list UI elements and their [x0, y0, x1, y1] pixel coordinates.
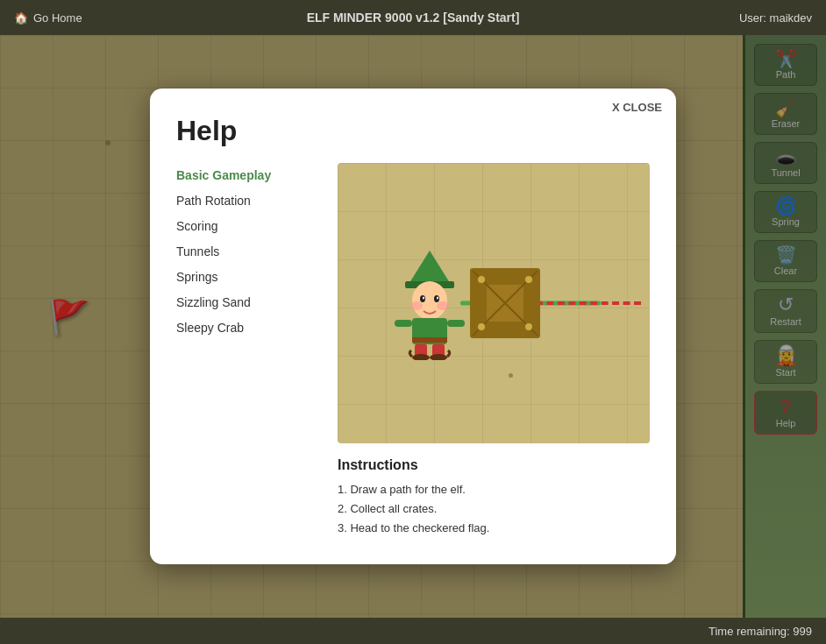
go-home-label: Go Home	[33, 11, 82, 25]
instruction-item-2: 2. Collect all crates.	[338, 499, 650, 519]
help-content: Instructions 1. Draw a path for the elf.…	[338, 163, 650, 538]
svg-point-25	[478, 276, 485, 283]
svg-point-6	[434, 295, 439, 302]
svg-marker-0	[408, 251, 452, 286]
help-nav: Basic Gameplay Path Rotation Scoring Tun…	[176, 163, 317, 538]
nav-item-tunnels[interactable]: Tunnels	[176, 239, 317, 265]
dashed-line	[536, 301, 641, 305]
user-info: User: maikdev	[739, 11, 812, 25]
crate	[466, 264, 545, 343]
nav-item-sleepy-crab[interactable]: Sleepy Crab	[176, 315, 317, 341]
app-title: ELF MINDER 9000 v1.2 [Sandy Start]	[307, 11, 520, 25]
time-remaining: Time remaining: 999	[709, 625, 812, 638]
status-bar: Time remaining: 999	[0, 618, 826, 644]
nav-item-path-rotation[interactable]: Path Rotation	[176, 188, 317, 214]
instruction-item-3: 3. Head to the checkered flag.	[338, 519, 650, 538]
instructions-title: Instructions	[338, 457, 650, 473]
go-home-button[interactable]: 🏠 Go Home	[14, 11, 82, 25]
nav-item-basic-gameplay[interactable]: Basic Gameplay	[176, 163, 317, 188]
svg-point-7	[423, 296, 424, 299]
svg-point-26	[525, 276, 532, 283]
illus-dot	[509, 373, 513, 378]
elf-character	[390, 246, 469, 360]
modal-body: Basic Gameplay Path Rotation Scoring Tun…	[176, 163, 650, 538]
svg-point-28	[525, 323, 532, 330]
svg-rect-12	[412, 337, 447, 343]
help-modal: X CLOSE Help Basic Gameplay Path Rotatio…	[150, 88, 676, 564]
svg-rect-11	[447, 320, 465, 327]
game-illustration	[338, 163, 650, 443]
svg-point-3	[410, 301, 423, 310]
svg-point-8	[437, 296, 438, 299]
modal-overlay: X CLOSE Help Basic Gameplay Path Rotatio…	[0, 35, 826, 618]
game-area[interactable]: 🚩 ✂️ Path 🧹 Eraser 🕳️ Tunnel 🌀 Spring 🗑️…	[0, 35, 826, 618]
nav-item-scoring[interactable]: Scoring	[176, 214, 317, 239]
close-button[interactable]: X CLOSE	[612, 101, 662, 114]
nav-item-springs[interactable]: Springs	[176, 265, 317, 290]
instruction-item-1: 1. Draw a path for the elf.	[338, 480, 650, 499]
top-bar: 🏠 Go Home ELF MINDER 9000 v1.2 [Sandy St…	[0, 0, 826, 35]
nav-item-sizzling-sand[interactable]: Sizzling Sand	[176, 290, 317, 315]
help-modal-title: Help	[176, 115, 650, 147]
svg-point-4	[437, 301, 449, 310]
home-icon: 🏠	[14, 11, 28, 25]
svg-point-5	[420, 295, 425, 302]
svg-rect-10	[395, 320, 412, 327]
svg-point-27	[478, 323, 485, 330]
